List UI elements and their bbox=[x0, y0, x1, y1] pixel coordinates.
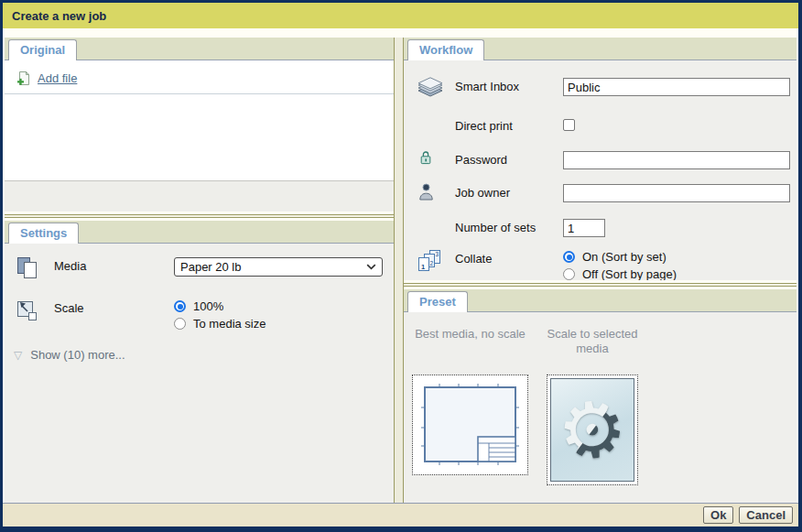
create-job-dialog: Create a new job Original bbox=[0, 0, 802, 532]
preset-item-scale-to-media: Scale to selected media ⚙ ⚙ bbox=[541, 327, 644, 503]
media-icon bbox=[12, 256, 54, 285]
add-file-link[interactable]: Add file bbox=[38, 71, 77, 85]
scale-option-to-media-size[interactable]: To media size bbox=[174, 317, 386, 331]
settings-tab-row: Settings bbox=[5, 221, 394, 244]
number-of-sets-label: Number of sets bbox=[455, 218, 563, 234]
dialog-body: Original Add file bbox=[3, 28, 798, 503]
collate-icon: 3 2 1 bbox=[412, 249, 455, 278]
preset-label: Best media, no scale bbox=[412, 327, 528, 362]
job-owner-input[interactable] bbox=[563, 184, 790, 202]
direct-print-checkbox[interactable] bbox=[563, 119, 575, 131]
password-input[interactable] bbox=[563, 151, 790, 169]
original-panel: Add file bbox=[5, 60, 394, 180]
add-file-row[interactable]: Add file bbox=[5, 69, 394, 94]
preset-thumbnail-best-media[interactable] bbox=[412, 375, 528, 475]
preset-panel: Best media, no scale bbox=[404, 312, 797, 503]
svg-text:1: 1 bbox=[421, 263, 425, 271]
collate-option-off[interactable]: Off (Sort by page) bbox=[563, 267, 792, 280]
preset-label: Scale to selected media bbox=[541, 327, 644, 362]
vertical-divider bbox=[394, 38, 404, 503]
original-footer-strip bbox=[5, 180, 394, 212]
triangle-down-icon: ▽ bbox=[14, 350, 22, 361]
gear-image: ⚙ ⚙ bbox=[550, 378, 634, 482]
smart-inbox-label: Smart Inbox bbox=[455, 77, 563, 93]
number-of-sets-input[interactable] bbox=[563, 219, 605, 237]
radio-icon[interactable] bbox=[174, 318, 186, 330]
left-column: Original Add file bbox=[5, 38, 394, 503]
media-select-value: Paper 20 lb bbox=[180, 260, 242, 274]
scale-option-label: 100% bbox=[193, 299, 223, 313]
tab-workflow[interactable]: Workflow bbox=[407, 39, 484, 60]
smart-inbox-row: Smart Inbox bbox=[412, 77, 792, 103]
scale-icon bbox=[12, 299, 54, 327]
workflow-tab-row: Workflow bbox=[404, 38, 797, 60]
scale-option-label: To media size bbox=[193, 317, 266, 331]
media-select[interactable]: Paper 20 lb bbox=[174, 257, 383, 277]
job-owner-row: Job owner bbox=[412, 183, 792, 204]
dialog-footer: Ok Cancel bbox=[3, 503, 798, 527]
preset-thumbnail-scale-to-media[interactable]: ⚙ ⚙ bbox=[547, 375, 638, 485]
right-column: Workflow Smart Inbox bbox=[404, 38, 797, 503]
collate-option-on[interactable]: On (Sort by set) bbox=[563, 250, 792, 264]
tab-settings[interactable]: Settings bbox=[8, 223, 79, 244]
workflow-panel: Smart Inbox Direct print bbox=[404, 60, 797, 280]
smart-inbox-input[interactable] bbox=[563, 78, 790, 96]
tab-original[interactable]: Original bbox=[8, 39, 77, 60]
smart-inbox-icon bbox=[412, 77, 455, 103]
cancel-button[interactable]: Cancel bbox=[739, 506, 793, 524]
lock-icon bbox=[412, 150, 455, 168]
media-row: Media Paper 20 lb bbox=[12, 256, 386, 285]
horizontal-divider bbox=[5, 214, 394, 218]
radio-icon[interactable] bbox=[563, 251, 575, 263]
scale-option-100[interactable]: 100% bbox=[174, 299, 386, 313]
collate-row: 3 2 1 Collate On (Sort by set) bbox=[412, 249, 792, 280]
preset-tab-row: Preset bbox=[404, 289, 797, 312]
drawing-frame-image bbox=[417, 382, 523, 468]
dialog-title: Create a new job bbox=[12, 9, 106, 23]
dialog-titlebar: Create a new job bbox=[3, 3, 798, 28]
radio-icon[interactable] bbox=[174, 300, 186, 312]
direct-print-row: Direct print bbox=[412, 116, 792, 133]
number-of-sets-row: Number of sets bbox=[412, 218, 792, 237]
collate-label: Collate bbox=[455, 249, 563, 266]
direct-print-label: Direct print bbox=[455, 116, 563, 133]
svg-text:2: 2 bbox=[430, 260, 434, 266]
scale-row: Scale 100% To media size bbox=[12, 299, 386, 334]
tab-preset[interactable]: Preset bbox=[407, 291, 468, 312]
scale-label: Scale bbox=[54, 299, 174, 315]
settings-panel: Media Paper 20 lb bbox=[5, 244, 394, 503]
ok-button[interactable]: Ok bbox=[703, 506, 733, 524]
collate-option-label: On (Sort by set) bbox=[582, 250, 667, 264]
media-label: Media bbox=[54, 256, 174, 273]
password-label: Password bbox=[455, 150, 563, 167]
show-more-label: Show (10) more... bbox=[30, 348, 125, 362]
job-owner-label: Job owner bbox=[455, 183, 563, 200]
show-more-link[interactable]: ▽ Show (10) more... bbox=[14, 348, 386, 362]
preset-item-best-media: Best media, no scale bbox=[412, 327, 528, 503]
chevron-down-icon bbox=[366, 264, 376, 270]
person-icon bbox=[412, 183, 455, 204]
horizontal-divider bbox=[404, 283, 797, 287]
password-row: Password bbox=[412, 150, 792, 169]
collate-option-label: Off (Sort by page) bbox=[582, 267, 677, 280]
original-tab-row: Original bbox=[5, 38, 394, 60]
add-file-icon bbox=[16, 71, 31, 86]
radio-icon[interactable] bbox=[563, 268, 575, 280]
svg-text:3: 3 bbox=[436, 251, 439, 257]
